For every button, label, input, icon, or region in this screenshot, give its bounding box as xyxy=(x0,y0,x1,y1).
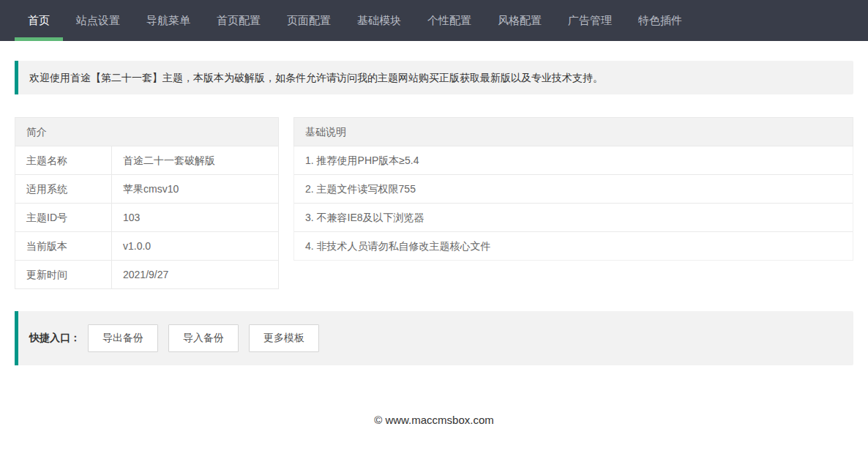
row-label: 主题ID号 xyxy=(15,204,112,231)
list-item: 1. 推荐使用PHP版本≥5.4 xyxy=(294,146,853,175)
row-value: 苹果cmsv10 xyxy=(112,175,278,203)
welcome-text: 欢迎使用首途【第二十一套】主题，本版本为破解版，如条件允许请访问我的主题网站购买… xyxy=(29,72,603,83)
export-backup-button[interactable]: 导出备份 xyxy=(88,324,158,352)
nav-tab-ad-management[interactable]: 广告管理 xyxy=(555,0,625,41)
nav-tab-label: 导航菜单 xyxy=(146,14,190,26)
active-tab-underline xyxy=(15,37,63,41)
row-label: 主题名称 xyxy=(15,146,112,174)
row-label: 适用系统 xyxy=(15,175,112,203)
quick-entry-bar: 快捷入口： 导出备份 导入备份 更多模板 xyxy=(15,311,853,365)
more-templates-button[interactable]: 更多模板 xyxy=(249,324,319,352)
nav-tab-label: 基础模块 xyxy=(357,14,401,26)
intro-table: 主题名称 首途二十一套破解版 适用系统 苹果cmsv10 主题ID号 103 当… xyxy=(15,146,279,289)
list-item: 3. 不兼容IE8及以下浏览器 xyxy=(294,204,853,232)
nav-tab-featured-plugins[interactable]: 特色插件 xyxy=(625,0,695,41)
nav-tab-label: 风格配置 xyxy=(498,14,542,26)
intro-panel-title: 简介 xyxy=(15,117,279,146)
nav-tab-page-config[interactable]: 页面配置 xyxy=(274,0,344,41)
welcome-banner: 欢迎使用首途【第二十一套】主题，本版本为破解版，如条件允许请访问我的主题网站购买… xyxy=(15,61,853,94)
nav-tab-home-config[interactable]: 首页配置 xyxy=(203,0,274,41)
nav-tab-label: 广告管理 xyxy=(568,14,612,26)
list-item: 2. 主题文件读写权限755 xyxy=(294,175,853,204)
nav-tab-label: 首页配置 xyxy=(217,14,261,26)
row-value: 2021/9/27 xyxy=(112,261,278,288)
info-panels: 简介 主题名称 首途二十一套破解版 适用系统 苹果cmsv10 主题ID号 10… xyxy=(15,117,853,289)
row-value: 103 xyxy=(112,204,278,231)
nav-tab-basic-modules[interactable]: 基础模块 xyxy=(344,0,414,41)
table-row: 主题ID号 103 xyxy=(15,203,278,231)
list-item: 4. 非技术人员请勿私自修改主题核心文件 xyxy=(294,232,853,260)
nav-tab-label: 特色插件 xyxy=(638,14,682,26)
nav-tab-label: 页面配置 xyxy=(287,14,331,26)
row-label: 当前版本 xyxy=(15,232,112,260)
notes-panel-title: 基础说明 xyxy=(293,117,853,146)
notes-panel: 基础说明 1. 推荐使用PHP版本≥5.4 2. 主题文件读写权限755 3. … xyxy=(293,117,853,261)
row-label: 更新时间 xyxy=(15,261,112,288)
nav-tab-label: 站点设置 xyxy=(76,14,120,26)
table-row: 当前版本 v1.0.0 xyxy=(15,231,278,260)
table-row: 适用系统 苹果cmsv10 xyxy=(15,174,278,203)
row-value: v1.0.0 xyxy=(112,232,278,260)
nav-tab-site-settings[interactable]: 站点设置 xyxy=(63,0,133,41)
table-row: 主题名称 首途二十一套破解版 xyxy=(15,146,278,174)
footer-copyright: © www.maccmsbox.com xyxy=(0,414,868,426)
top-nav: 首页 站点设置 导航菜单 首页配置 页面配置 基础模块 个性配置 风格配置 广告… xyxy=(0,0,868,41)
nav-tab-home[interactable]: 首页 xyxy=(15,0,63,41)
notes-list: 1. 推荐使用PHP版本≥5.4 2. 主题文件读写权限755 3. 不兼容IE… xyxy=(293,146,853,261)
row-value: 首途二十一套破解版 xyxy=(112,146,278,174)
intro-panel: 简介 主题名称 首途二十一套破解版 适用系统 苹果cmsv10 主题ID号 10… xyxy=(15,117,279,289)
import-backup-button[interactable]: 导入备份 xyxy=(168,324,239,352)
quick-entry-label: 快捷入口： xyxy=(29,332,81,345)
table-row: 更新时间 2021/9/27 xyxy=(15,260,278,288)
nav-tab-nav-menu[interactable]: 导航菜单 xyxy=(133,0,203,41)
nav-tab-style-config[interactable]: 风格配置 xyxy=(484,0,555,41)
nav-tab-personal-config[interactable]: 个性配置 xyxy=(414,0,484,41)
nav-tab-label: 个性配置 xyxy=(427,14,471,26)
nav-tab-label: 首页 xyxy=(28,14,50,26)
